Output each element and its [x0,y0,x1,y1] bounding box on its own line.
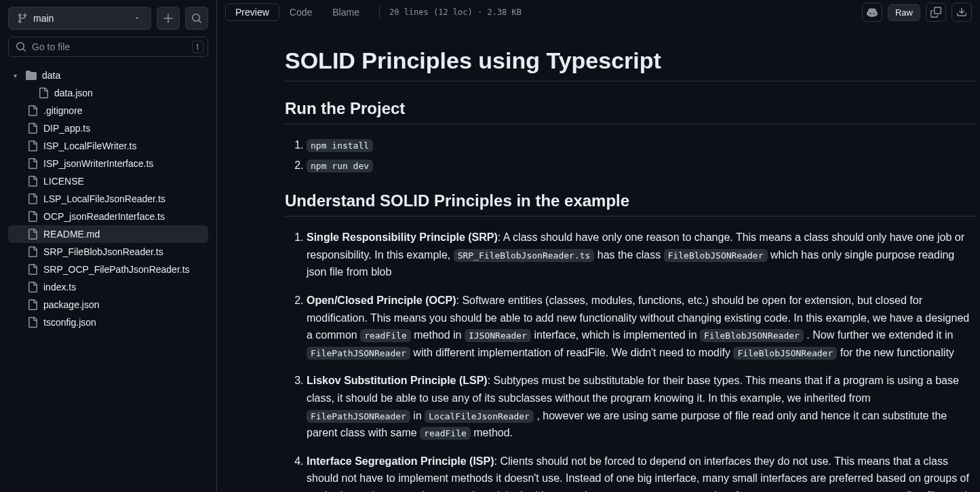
file-icon [27,282,38,292]
file-icon [27,158,38,169]
run-steps-list: npm installnpm run dev [285,136,977,174]
tree-file[interactable]: ISP_jsonWriterInterface.ts [8,155,208,172]
code-snippet: LocalFileJsonReader [425,410,534,423]
file-icon [27,264,38,275]
git-branch-icon [17,13,28,24]
tree-item-label: index.ts [43,282,76,292]
principle-item: Liskov Substitution Principle (LSP): Sub… [307,372,977,441]
tree-item-label: ISP_jsonWriterInterface.ts [43,158,153,169]
plus-icon [163,13,174,24]
add-file-button[interactable] [157,7,180,30]
tab-code[interactable]: Code [279,3,322,21]
file-icon [27,140,38,151]
principle-title: Single Responsibility Principle (SRP) [307,231,498,243]
tree-file[interactable]: index.ts [8,278,208,296]
tree-item-label: ISP_LocalFileWriter.ts [43,140,136,151]
tree-item-label: tsconfig.json [43,317,96,328]
search-icon [191,13,202,24]
tree-file[interactable]: LICENSE [8,172,208,190]
file-search-wrap[interactable]: t [8,37,208,57]
keyboard-hint: t [192,41,203,53]
file-icon [27,211,38,222]
tree-file[interactable]: LSP_LocalFileJsonReader.ts [8,190,208,208]
code-snippet: FileBlobJSONReader [733,347,837,360]
tree-item-label: data [42,70,60,81]
principle-title: Open/Closed Principle (OCP) [307,295,456,306]
file-icon [27,317,38,328]
run-heading: Run the Project [285,99,977,124]
run-step: npm run dev [307,157,977,174]
principle-item: Open/Closed Principle (OCP): Software en… [307,292,977,361]
tree-item-label: SRP_OCP_FilePathJsonReader.ts [43,264,190,275]
tree-item-label: LICENSE [43,176,84,187]
tab-blame[interactable]: Blame [322,3,370,21]
tree-item-label: DIP_app.ts [43,123,90,134]
tree-file[interactable]: .gitignore [8,102,208,119]
copy-icon [930,7,941,18]
code-snippet: FilePathJSONReader [307,347,410,360]
main-panel: PreviewCodeBlame 20 lines (12 loc) · 2.3… [217,0,980,492]
code-snippet: FileBlobJSONReader [700,329,804,342]
tree-file[interactable]: package.json [8,296,208,314]
code-snippet: FilePathJSONReader [307,410,410,423]
run-step: npm install [307,136,977,154]
file-icon [27,229,38,240]
code-snippet: IJSONReader [465,329,531,342]
readme-title: SOLID Principles using Typescript [285,48,977,81]
file-icon [27,105,38,116]
code-snippet: readFile [360,329,411,342]
tree-file[interactable]: DIP_app.ts [8,119,208,137]
branch-row: main [8,7,208,30]
copilot-button[interactable] [862,3,882,22]
chevron-down-icon: ▾ [14,72,20,79]
raw-button[interactable]: Raw [888,4,920,21]
file-icon [27,176,38,187]
principle-title: Liskov Substitution Principle (LSP) [307,375,488,386]
chevron-down-icon [132,13,142,24]
file-meta-info: 20 lines (12 loc) · 2.38 KB [389,7,522,17]
principles-list: Single Responsibility Principle (SRP): A… [285,229,977,492]
tree-item-label: .gitignore [43,105,83,116]
tree-item-label: SRP_FileBlobJsonReader.ts [43,246,163,257]
tree-file[interactable]: SRP_FileBlobJsonReader.ts [8,243,208,261]
copilot-icon [867,7,878,18]
toolbar-right: Raw [862,3,972,22]
code-snippet: npm install [307,139,373,152]
tab-preview[interactable]: Preview [225,3,279,21]
principle-title: Interface Segregation Principle (ISP) [307,455,494,467]
tree-file[interactable]: OCP_jsonReaderInterface.ts [8,208,208,225]
branch-name: main [33,13,54,24]
principle-item: Single Responsibility Principle (SRP): A… [307,229,977,281]
file-search-input[interactable] [32,41,201,52]
readme-content: SOLID Principles using Typescript Run th… [217,27,980,492]
download-button[interactable] [952,3,972,22]
tree-item-label: README.md [43,229,100,240]
folder-icon [26,70,37,81]
tree-item-label: OCP_jsonReaderInterface.ts [43,211,165,222]
download-icon [956,7,967,18]
file-icon [38,88,49,98]
branch-selector[interactable]: main [8,7,151,30]
code-snippet: readFile [420,427,471,440]
tree-folder[interactable]: ▾data [8,67,208,84]
file-toolbar: PreviewCodeBlame 20 lines (12 loc) · 2.3… [217,0,980,27]
toolbar-divider [379,6,380,18]
copy-button[interactable] [926,3,946,22]
tree-item-label: package.json [43,299,100,310]
search-button[interactable] [185,7,208,30]
code-snippet: FileBlobJSONReader [664,249,768,262]
file-icon [27,299,38,310]
file-icon [27,193,38,204]
search-icon [16,41,26,52]
tree-file[interactable]: SRP_OCP_FilePathJsonReader.ts [8,261,208,278]
tree-file[interactable]: data.json [8,84,208,102]
principle-item: Interface Segregation Principle (ISP): C… [307,453,977,492]
tree-item-label: LSP_LocalFileJsonReader.ts [43,193,165,204]
code-snippet: SRP_FileBlobJsonReader.ts [454,249,595,262]
tree-file[interactable]: tsconfig.json [8,314,208,331]
tree-file[interactable]: README.md [8,225,208,243]
file-tree: ▾datadata.json.gitignoreDIP_app.tsISP_Lo… [8,67,208,331]
tree-file[interactable]: ISP_LocalFileWriter.ts [8,137,208,155]
view-tabs: PreviewCodeBlame [225,3,370,21]
understand-heading: Understand SOLID Principles in the examp… [285,191,977,216]
